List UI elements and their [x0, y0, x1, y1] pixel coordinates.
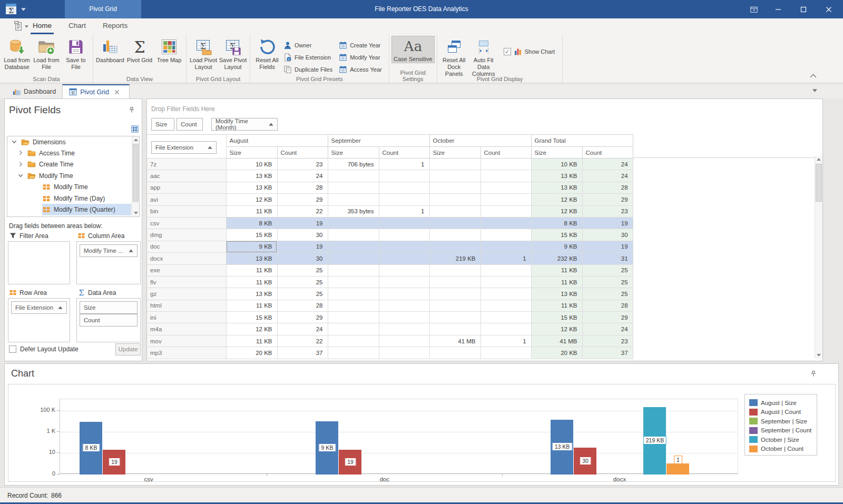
cell-html-2[interactable]: [328, 300, 379, 311]
cell-m4a-6[interactable]: 12 KB: [531, 323, 582, 335]
bar-docx-october-count[interactable]: [666, 463, 689, 475]
cell-csv-4[interactable]: [429, 217, 481, 229]
cell-m4a-7[interactable]: 24: [582, 323, 633, 335]
cell-doc-0[interactable]: 9 KB: [226, 241, 277, 252]
row-header-bin[interactable]: bin: [147, 205, 226, 217]
row-header-7z[interactable]: 7z: [147, 159, 226, 170]
checkbox[interactable]: ✓: [504, 48, 511, 55]
cell-app-2[interactable]: [328, 182, 379, 193]
cell-doc-5[interactable]: [481, 241, 531, 252]
cell-m4a-5[interactable]: [481, 323, 531, 335]
owner-button[interactable]: Owner: [282, 39, 334, 51]
cell-ini-5[interactable]: [481, 312, 531, 323]
cell-bin-2[interactable]: 353 bytes: [328, 205, 379, 217]
scroll-up-button[interactable]: [132, 136, 139, 143]
dashboard-button[interactable]: Dashboard: [95, 36, 125, 64]
cell-gz-1[interactable]: 25: [277, 288, 328, 300]
cell-aac-5[interactable]: [481, 170, 531, 182]
cell-flv-5[interactable]: [481, 276, 531, 288]
cell-gz-2[interactable]: [328, 288, 379, 300]
cell-bin-1[interactable]: 22: [277, 205, 328, 217]
row-header-mp3[interactable]: mp3: [147, 347, 226, 359]
row-header-doc[interactable]: doc: [147, 241, 226, 252]
titlebar-pivot-grid-tab[interactable]: Pivot Grid: [65, 0, 141, 18]
column-group-august[interactable]: August: [226, 135, 328, 147]
chevron-down-icon[interactable]: [17, 172, 24, 179]
cell-m4a-1[interactable]: 24: [277, 323, 328, 335]
ribbon-tab-chart[interactable]: Chart: [66, 18, 88, 34]
cell-ini-1[interactable]: 29: [277, 312, 328, 323]
update-button[interactable]: Update: [115, 343, 141, 355]
collapse-ribbon-icon[interactable]: [810, 74, 817, 78]
cell-flv-6[interactable]: 11 KB: [531, 276, 582, 288]
cell-dmg-5[interactable]: [481, 229, 531, 241]
cell-avi-2[interactable]: [328, 194, 379, 205]
row-header-csv[interactable]: csv: [147, 217, 226, 229]
cell-bin-5[interactable]: [481, 205, 531, 217]
data-area-box[interactable]: SizeCount: [76, 298, 141, 342]
reset-all-fields-button[interactable]: Reset All Fields: [252, 36, 282, 71]
cell-doc-3[interactable]: [379, 241, 429, 252]
tree-item-modify-time[interactable]: Modify Time: [7, 170, 139, 181]
create-year-button[interactable]: Create Year: [337, 39, 384, 51]
row-header-docx[interactable]: docx: [147, 253, 226, 264]
cell-avi-7[interactable]: 29: [582, 194, 633, 205]
pivot-grid-button[interactable]: ΣPivot Grid: [125, 36, 154, 64]
cell-docx-2[interactable]: [328, 253, 379, 264]
cell-mov-2[interactable]: [328, 335, 379, 347]
cell-aac-6[interactable]: 13 KB: [531, 170, 582, 182]
maximize-button[interactable]: [795, 3, 812, 16]
cell-html-1[interactable]: 28: [277, 300, 328, 311]
cell-bin-3[interactable]: 1: [379, 205, 429, 217]
cell-gz-6[interactable]: 13 KB: [531, 288, 582, 300]
application-menu-caret-icon[interactable]: [25, 25, 28, 28]
column-area-box[interactable]: Modify Time ...: [76, 241, 141, 284]
tree-item-modify-time-day-field[interactable]: Modify Time (Day): [7, 193, 139, 204]
reset-all-dock-panels-button[interactable]: Reset All Dock Panels: [439, 36, 469, 78]
chevron-right-icon[interactable]: [17, 149, 24, 156]
row-header-html[interactable]: html: [147, 300, 226, 311]
row-header-app[interactable]: app: [147, 182, 226, 193]
data-header-size-button[interactable]: Size: [151, 118, 174, 131]
cell-ini-7[interactable]: 29: [582, 312, 633, 323]
column-group-grand-total[interactable]: Grand Total: [531, 135, 633, 147]
cell-csv-0[interactable]: 8 KB: [226, 217, 277, 229]
field-list-icon[interactable]: [131, 125, 139, 133]
tab-dashboard[interactable]: Dashboard: [6, 84, 62, 98]
load-pivot-layout-button[interactable]: ΣLoad Pivot Layout: [189, 36, 218, 71]
cell-exe-0[interactable]: 11 KB: [226, 264, 277, 276]
size-field-button[interactable]: Size: [80, 301, 138, 314]
scroll-up-button[interactable]: [815, 156, 822, 163]
save-pivot-layout-button[interactable]: ΣSave Pivot Layout: [218, 36, 248, 71]
cell-gz-7[interactable]: 25: [582, 288, 633, 300]
cell-dmg-4[interactable]: [429, 229, 481, 241]
row-header-mov[interactable]: mov: [147, 335, 226, 347]
cell-avi-3[interactable]: [379, 194, 429, 205]
cell-mp3-4[interactable]: [429, 347, 481, 359]
cell-csv-7[interactable]: 19: [582, 217, 633, 229]
cell-dmg-0[interactable]: 15 KB: [226, 229, 277, 241]
cell-m4a-0[interactable]: 12 KB: [226, 323, 277, 335]
save-to-file-button[interactable]: Save to File: [61, 36, 91, 71]
cell-flv-0[interactable]: 11 KB: [226, 276, 277, 288]
column-header-october-count[interactable]: Count: [481, 147, 531, 159]
row-header-exe[interactable]: exe: [147, 264, 226, 276]
cell-7z-3[interactable]: 1: [379, 159, 429, 170]
cell-mp3-5[interactable]: [481, 347, 531, 359]
tree-item-create-time[interactable]: Create Time: [7, 159, 139, 170]
cell-app-6[interactable]: 13 KB: [531, 182, 582, 193]
cell-exe-7[interactable]: 25: [582, 264, 633, 276]
defer-layout-update[interactable]: Defer Layout Update: [9, 345, 79, 353]
cell-docx-4[interactable]: 219 KB: [429, 253, 481, 264]
cell-html-7[interactable]: 28: [582, 300, 633, 311]
cell-dmg-6[interactable]: 15 KB: [531, 229, 582, 241]
cell-exe-4[interactable]: [429, 264, 481, 276]
cell-avi-5[interactable]: [481, 194, 531, 205]
grid-scrollbar[interactable]: [815, 156, 822, 359]
file-extension-button[interactable]: iFile Extension: [282, 51, 334, 63]
tree-item-dimensions[interactable]: Dimensions: [7, 136, 139, 147]
file-extension-field-button[interactable]: File Extension: [11, 301, 67, 314]
cell-flv-7[interactable]: 25: [582, 276, 633, 288]
cell-7z-7[interactable]: 24: [582, 159, 633, 170]
cell-exe-1[interactable]: 25: [277, 264, 328, 276]
